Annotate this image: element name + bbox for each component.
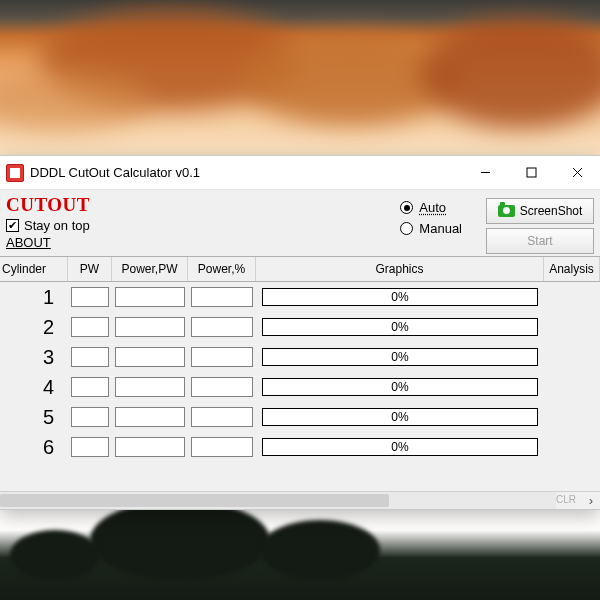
power-pct-input[interactable] [191, 377, 253, 397]
pw-input[interactable] [71, 287, 109, 307]
tree-silhouette [260, 520, 380, 580]
cylinder-number: 2 [0, 316, 68, 339]
stay-on-top-checkbox[interactable]: ✔ Stay on top [6, 218, 90, 233]
col-pw: PW [68, 257, 112, 281]
mode-radio-group: Auto Manual [400, 200, 462, 236]
col-power-pct: Power,% [188, 257, 256, 281]
power-pw-input[interactable] [115, 317, 185, 337]
col-analysis: Analysis [544, 257, 600, 281]
pw-input[interactable] [71, 377, 109, 397]
graphics-bar: 0% [262, 378, 538, 396]
graphics-bar: 0% [262, 318, 538, 336]
desktop-background: DDDL CutOut Calculator v0.1 CUTOUT ✔ Sta… [0, 0, 600, 600]
tree-silhouette [90, 500, 270, 580]
power-pw-input[interactable] [115, 407, 185, 427]
window-title: DDDL CutOut Calculator v0.1 [30, 165, 200, 180]
mode-manual-radio[interactable]: Manual [400, 221, 462, 236]
scrollbar-thumb[interactable] [0, 494, 389, 507]
pw-input[interactable] [71, 437, 109, 457]
maximize-icon [526, 167, 537, 178]
app-window: DDDL CutOut Calculator v0.1 CUTOUT ✔ Sta… [0, 155, 600, 510]
horizontal-scrollbar[interactable]: CLR › [0, 491, 600, 509]
table-row: 60% [0, 432, 600, 462]
power-pct-input[interactable] [191, 287, 253, 307]
about-link[interactable]: ABOUT [6, 235, 90, 250]
close-icon [572, 167, 583, 178]
table-row: 20% [0, 312, 600, 342]
cylinder-number: 3 [0, 346, 68, 369]
power-pct-input[interactable] [191, 347, 253, 367]
power-pct-input[interactable] [191, 407, 253, 427]
top-controls: CUTOUT ✔ Stay on top ABOUT Auto [0, 190, 600, 256]
col-power-pw: Power,PW [112, 257, 188, 281]
cylinder-number: 4 [0, 376, 68, 399]
power-pw-input[interactable] [115, 377, 185, 397]
scroll-right-button[interactable]: › [582, 492, 600, 509]
graphics-bar: 0% [262, 438, 538, 456]
table-row: 30% [0, 342, 600, 372]
radio-icon [400, 201, 413, 214]
col-graphics: Graphics [256, 257, 544, 281]
minimize-button[interactable] [462, 156, 508, 190]
mode-manual-label: Manual [419, 221, 462, 236]
screenshot-label: ScreenShot [520, 204, 583, 218]
minimize-icon [480, 167, 491, 178]
start-label: Start [527, 234, 552, 248]
client-area: CUTOUT ✔ Stay on top ABOUT Auto [0, 190, 600, 509]
cloud-decoration [420, 18, 600, 128]
mode-auto-label: Auto [419, 200, 446, 215]
pw-input[interactable] [71, 317, 109, 337]
scrollbar-track[interactable] [0, 492, 556, 509]
col-cylinder: Cylinder [0, 257, 68, 281]
mode-auto-radio[interactable]: Auto [400, 200, 462, 215]
power-pct-input[interactable] [191, 437, 253, 457]
graphics-bar: 0% [262, 348, 538, 366]
power-pw-input[interactable] [115, 287, 185, 307]
chevron-right-icon: › [589, 493, 593, 508]
power-pw-input[interactable] [115, 437, 185, 457]
cylinder-number: 1 [0, 286, 68, 309]
cutout-heading: CUTOUT [6, 194, 90, 216]
graphics-bar: 0% [262, 288, 538, 306]
svg-rect-0 [527, 168, 536, 177]
power-pct-input[interactable] [191, 317, 253, 337]
tree-silhouette [10, 530, 100, 580]
app-icon [6, 164, 24, 182]
camera-icon [498, 205, 515, 217]
cylinder-table: Cylinder PW Power,PW Power,% Graphics An… [0, 256, 600, 491]
table-row: 40% [0, 372, 600, 402]
cylinder-number: 6 [0, 436, 68, 459]
cylinder-number: 5 [0, 406, 68, 429]
maximize-button[interactable] [508, 156, 554, 190]
pw-input[interactable] [71, 347, 109, 367]
screenshot-button[interactable]: ScreenShot [486, 198, 594, 224]
radio-icon [400, 222, 413, 235]
titlebar[interactable]: DDDL CutOut Calculator v0.1 [0, 156, 600, 190]
clr-label: CLR [556, 492, 582, 509]
table-row: 50% [0, 402, 600, 432]
start-button[interactable]: Start [486, 228, 594, 254]
table-header-row: Cylinder PW Power,PW Power,% Graphics An… [0, 256, 600, 282]
graphics-bar: 0% [262, 408, 538, 426]
checkbox-icon: ✔ [6, 219, 19, 232]
table-row: 10% [0, 282, 600, 312]
power-pw-input[interactable] [115, 347, 185, 367]
close-button[interactable] [554, 156, 600, 190]
stay-on-top-label: Stay on top [24, 218, 90, 233]
pw-input[interactable] [71, 407, 109, 427]
